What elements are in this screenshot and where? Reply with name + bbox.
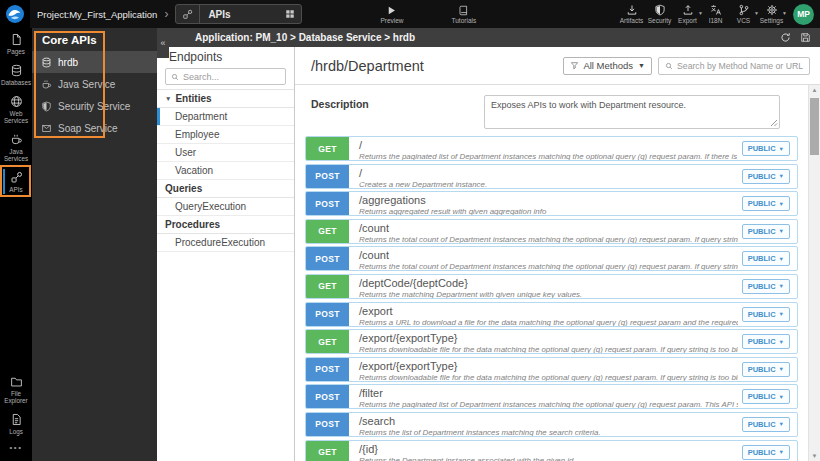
endpoints-panel: Endpoints ▼Entities DepartmentEmployeeUs… xyxy=(157,47,295,461)
access-dropdown[interactable]: PUBLIC▼ xyxy=(742,196,790,211)
access-label: PUBLIC xyxy=(748,172,776,181)
scroll-up-arrow[interactable]: ▲ xyxy=(809,87,820,93)
method-badge: POST xyxy=(306,385,349,408)
endpoints-search-input[interactable] xyxy=(183,72,280,82)
pages-icon xyxy=(10,33,23,46)
coffee-icon xyxy=(41,79,52,90)
topbar-vcs-button[interactable]: ▼ VCS xyxy=(730,4,757,24)
description-textarea[interactable]: Exposes APIs to work with Department res… xyxy=(484,95,780,129)
endpoint-description: Returns the list of Department instances… xyxy=(359,428,738,436)
selector-label: APIs xyxy=(208,9,285,20)
endpoint-path: /filter xyxy=(359,388,738,399)
tutorials-label: Tutorials xyxy=(452,17,477,24)
topbar-right-group: Artifacts Security ▼ Export I18N ▼ VCS ▼… xyxy=(618,4,786,24)
sidebar-item-label: Web Services xyxy=(1,110,31,124)
endpoint-item-user[interactable]: User xyxy=(157,144,294,162)
chevron-down-icon: ▼ xyxy=(779,283,784,289)
endpoint-item-employee[interactable]: Employee xyxy=(157,126,294,144)
save-icon[interactable] xyxy=(800,32,811,43)
workspace-selector[interactable]: APIs xyxy=(175,4,302,24)
access-dropdown[interactable]: PUBLIC▼ xyxy=(742,141,790,156)
sidebar-item-label: APIs xyxy=(1,186,31,193)
scrollbar[interactable]: ▲ ▼ xyxy=(808,85,820,461)
download-icon xyxy=(626,4,638,16)
sidebar-more-button[interactable]: ••• xyxy=(0,439,32,461)
scrollbar-thumb[interactable] xyxy=(810,98,819,155)
access-dropdown[interactable]: PUBLIC▼ xyxy=(742,169,790,184)
endpoint-item-queryexecution[interactable]: QueryExecution xyxy=(157,198,294,216)
endpoint-path: /{id} xyxy=(359,444,738,455)
method-badge: POST xyxy=(306,358,349,381)
project-name[interactable]: Project:My_First_Application xyxy=(37,9,157,20)
access-dropdown[interactable]: PUBLIC▼ xyxy=(742,307,790,322)
endpoint-item-department[interactable]: Department xyxy=(157,108,294,126)
description-row: Description Exposes APIs to work with De… xyxy=(295,95,808,129)
app-logo[interactable] xyxy=(0,0,30,28)
sidebar-item-databases[interactable]: Databases xyxy=(0,59,32,90)
access-dropdown[interactable]: PUBLIC▼ xyxy=(742,224,790,239)
endpoint-item-procedureexecution[interactable]: ProcedureExecution xyxy=(157,234,294,252)
coffee-icon xyxy=(10,133,23,146)
sidebar-item-java-services[interactable]: Java Services xyxy=(0,128,32,166)
access-dropdown[interactable]: PUBLIC▼ xyxy=(742,251,790,266)
topbar-export-button[interactable]: ▼ Export xyxy=(674,4,701,24)
access-dropdown[interactable]: PUBLIC▼ xyxy=(742,417,790,432)
method-search[interactable] xyxy=(658,57,810,75)
sidebar-item-web-services[interactable]: Web Services xyxy=(0,90,32,128)
tutorials-button[interactable]: Tutorials xyxy=(452,5,477,24)
topbar-artifacts-button[interactable]: Artifacts xyxy=(618,4,645,24)
api-endpoint-row: POST /export/{exportType} Returns downlo… xyxy=(305,357,798,382)
globe-icon xyxy=(10,95,23,108)
method-badge: GET xyxy=(306,330,349,353)
topbar-i18n-button[interactable]: I18N xyxy=(702,4,729,24)
sidebar-item-logs[interactable]: Logs xyxy=(0,408,32,439)
chevron-down-icon: ▼ xyxy=(779,449,784,455)
scroll-down-arrow[interactable]: ▼ xyxy=(809,453,820,459)
core-api-item-soap-service[interactable]: Soap Service xyxy=(32,117,157,139)
core-api-item-security-service[interactable]: Security Service xyxy=(32,95,157,117)
section-header-queries[interactable]: Queries xyxy=(157,180,294,198)
sidebar-item-file-explorer[interactable]: File Explorer xyxy=(0,370,32,408)
collapse-panel-button[interactable]: « xyxy=(157,28,169,58)
refresh-icon[interactable] xyxy=(780,32,791,43)
access-dropdown[interactable]: PUBLIC▼ xyxy=(742,362,790,377)
wavemaker-logo-icon xyxy=(5,4,25,24)
topbar-security-button[interactable]: Security xyxy=(646,4,673,24)
core-api-item-hrdb[interactable]: hrdb xyxy=(32,51,157,73)
method-search-input[interactable] xyxy=(677,61,803,71)
topbar-settings-button[interactable]: ▼ Settings xyxy=(758,4,785,24)
chevron-down-icon: ▼ xyxy=(779,311,784,317)
sidebar-spacer xyxy=(0,197,32,370)
endpoint-item-label: Employee xyxy=(175,129,219,140)
core-api-item-java-service[interactable]: Java Service xyxy=(32,73,157,95)
preview-button[interactable]: Preview xyxy=(380,5,403,24)
grid-icon[interactable] xyxy=(285,9,295,19)
endpoint-item-vacation[interactable]: Vacation xyxy=(157,162,294,180)
method-badge: POST xyxy=(306,247,349,270)
folder-icon xyxy=(10,375,23,388)
access-dropdown[interactable]: PUBLIC▼ xyxy=(742,389,790,404)
access-dropdown[interactable]: PUBLIC▼ xyxy=(742,334,790,349)
access-dropdown[interactable]: PUBLIC▼ xyxy=(742,445,790,460)
endpoint-path: /export/{exportType} xyxy=(359,333,738,344)
core-api-item-label: Soap Service xyxy=(58,123,117,134)
description-label: Description xyxy=(295,95,484,129)
core-apis-title: Core APIs xyxy=(32,28,157,51)
endpoints-search[interactable] xyxy=(165,68,286,85)
api-endpoint-row: POST /export Returns a URL to download a… xyxy=(305,302,798,327)
methods-filter-dropdown[interactable]: All Methods ▼ xyxy=(563,57,652,75)
sidebar-item-pages[interactable]: Pages xyxy=(0,28,32,59)
api-endpoint-row: POST /filter Returns the paginated list … xyxy=(305,384,798,409)
topbar-item-label: Security xyxy=(648,17,671,24)
topbar-item-label: I18N xyxy=(709,17,723,24)
resize-grip-icon[interactable] xyxy=(770,119,778,127)
database-icon xyxy=(41,57,52,68)
user-avatar[interactable]: MP xyxy=(793,4,814,25)
api-detail-header: /hrdb/Department All Methods ▼ xyxy=(295,47,820,85)
access-dropdown[interactable]: PUBLIC▼ xyxy=(742,279,790,294)
section-header-procedures[interactable]: Procedures xyxy=(157,216,294,234)
sidebar-item-apis[interactable]: APIs xyxy=(0,166,32,197)
section-header-entities[interactable]: ▼Entities xyxy=(157,90,294,108)
api-icon xyxy=(10,171,23,184)
endpoint-description: Returns downloadable file for the data m… xyxy=(359,373,738,381)
